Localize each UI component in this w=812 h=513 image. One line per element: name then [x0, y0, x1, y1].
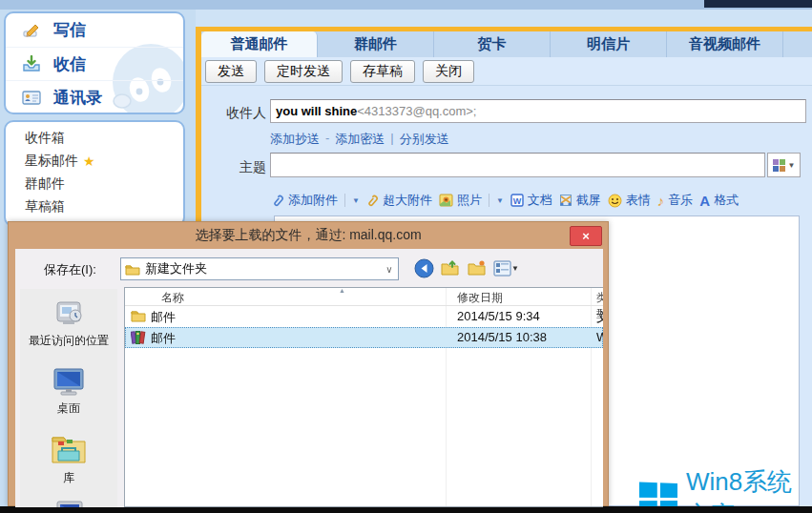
paperclip-icon: [272, 194, 284, 208]
send-separately-link[interactable]: 分别发送: [400, 131, 449, 148]
screenshot-button[interactable]: 截屏: [559, 192, 601, 209]
link-separator: |: [390, 131, 393, 148]
add-cc-link[interactable]: 添加抄送: [270, 131, 320, 148]
file-type: WinRAR: [596, 330, 603, 344]
emoticon-button[interactable]: 表情: [608, 192, 651, 209]
large-attachment-button[interactable]: 超大附件: [366, 192, 432, 209]
place-label: 桌面: [57, 400, 80, 417]
recipient-input[interactable]: you will shine<4313373@qq.com>;: [270, 99, 806, 123]
pencil-icon: [21, 21, 42, 40]
compose-tabbar: 普通邮件 群邮件 贺卡 明信片 音视频邮件: [201, 31, 812, 57]
tab-normal-mail[interactable]: 普通邮件: [201, 31, 318, 57]
views-grid-icon: [493, 260, 511, 277]
tab-postcard[interactable]: 明信片: [551, 31, 667, 57]
folder-label: 收件箱: [25, 130, 65, 147]
places-panel: 最近访问的位置 桌面 库: [20, 289, 117, 507]
column-header-date[interactable]: 修改日期: [457, 290, 503, 306]
back-arrow-icon: [414, 258, 434, 278]
sidebar-item-label: 通讯录: [53, 87, 102, 109]
tool-label: 格式: [714, 192, 739, 209]
recipient-label: 收件人: [201, 105, 266, 122]
stationery-picker-button[interactable]: ▼: [767, 153, 801, 177]
scheduled-send-button[interactable]: 定时发送: [264, 60, 343, 83]
add-attachment-button[interactable]: 添加附件: [272, 192, 338, 209]
recipient-address: <4313373@qq.com>;: [357, 104, 476, 118]
format-button[interactable]: A 格式: [699, 192, 739, 209]
new-folder-button[interactable]: [466, 256, 489, 279]
sidebar-item-starred[interactable]: 星标邮件 ★: [6, 150, 183, 173]
tool-label: 文档: [528, 192, 552, 209]
file-row-folder[interactable]: 邮件 2014/5/15 9:34 文件夹: [125, 306, 603, 327]
sidebar-item-contacts[interactable]: 通讯录: [6, 80, 183, 113]
file-row-archive-selected[interactable]: 邮件 2014/5/15 10:38 WinRAR: [125, 327, 603, 348]
music-note-icon: ♪: [657, 194, 665, 208]
send-button[interactable]: 发送: [205, 60, 257, 83]
sidebar-item-inbox[interactable]: 收件箱: [6, 127, 183, 150]
up-one-level-button[interactable]: [439, 256, 462, 279]
chevron-down-icon[interactable]: ▼: [511, 264, 519, 273]
music-button[interactable]: ♪ 音乐: [657, 192, 694, 209]
dialog-title: 选择要上载的文件，通过: mail.qq.com: [9, 222, 608, 249]
svg-text:W: W: [513, 196, 522, 206]
location-dropdown[interactable]: 新建文件夹 ∨: [120, 257, 399, 280]
close-button[interactable]: 关闭: [423, 60, 474, 83]
folder-label: 群邮件: [25, 175, 65, 193]
folder-label: 草稿箱: [25, 198, 65, 215]
place-recent[interactable]: 最近访问的位置: [20, 297, 117, 349]
tool-label: 音乐: [668, 192, 693, 209]
tool-label: 表情: [626, 192, 651, 209]
sidebar-item-drafts[interactable]: 草稿箱: [6, 195, 183, 218]
file-list: 名称 ▲ 修改日期 类型 邮件 2014/5/15 9:34 文件夹: [124, 287, 603, 507]
stationery-grid-icon: [773, 159, 785, 172]
back-button[interactable]: [412, 256, 435, 279]
folder-icon: [125, 263, 140, 276]
contact-card-icon: [21, 88, 42, 107]
top-strip: [0, 0, 812, 10]
subject-label: 主题: [201, 159, 266, 176]
qq-mail-compose-screen: 写信 收信 通讯录 收件箱 星标邮件 ★ 群邮件: [0, 0, 812, 513]
add-bcc-link[interactable]: 添加密送: [335, 131, 385, 148]
sort-ascending-icon: ▲: [339, 287, 345, 294]
sidebar-item-group-mail[interactable]: 群邮件: [6, 173, 183, 195]
photos-button[interactable]: 照片: [439, 192, 482, 209]
file-list-header: 名称 ▲ 修改日期 类型: [125, 288, 603, 306]
document-button[interactable]: W 文档: [510, 192, 552, 209]
save-draft-button[interactable]: 存草稿: [350, 60, 415, 83]
tab-label: 明信片: [587, 35, 630, 53]
word-doc-icon: W: [510, 194, 524, 207]
libraries-icon: [49, 432, 89, 468]
scissors-icon: [559, 194, 573, 207]
place-computer[interactable]: [20, 500, 117, 507]
chevron-down-icon: ▼: [788, 161, 796, 170]
up-folder-icon: [441, 259, 460, 277]
tab-av-mail[interactable]: 音视频邮件: [667, 31, 783, 57]
place-desktop[interactable]: 桌面: [20, 364, 117, 417]
subject-input[interactable]: [270, 153, 765, 177]
dialog-close-button[interactable]: ×: [570, 226, 602, 246]
compose-menu-box: 写信 收信 通讯录: [4, 11, 185, 114]
file-date: 2014/5/15 9:34: [457, 309, 540, 323]
receive-mail-icon: [21, 54, 42, 73]
column-header-name[interactable]: 名称: [161, 290, 184, 306]
sidebar-item-inbox-check[interactable]: 收信: [6, 47, 183, 80]
tool-label: 添加附件: [288, 192, 338, 209]
folder-label: 星标邮件: [25, 153, 78, 170]
new-folder-icon: [468, 259, 487, 277]
paperclip-icon: [366, 194, 379, 208]
chevron-down-icon: ∨: [381, 264, 398, 275]
place-label: 最近访问的位置: [29, 333, 109, 349]
place-libraries[interactable]: 库: [20, 432, 117, 486]
chevron-down-icon[interactable]: ▼: [352, 196, 360, 205]
winrar-archive-icon: [131, 330, 146, 347]
chevron-down-icon[interactable]: ▼: [496, 196, 504, 205]
sidebar-item-compose[interactable]: 写信: [6, 13, 183, 47]
star-icon: ★: [83, 154, 95, 169]
smiley-icon: [608, 194, 622, 208]
photo-icon: [439, 194, 453, 207]
tab-label: 普通邮件: [231, 35, 288, 53]
views-menu-button[interactable]: [490, 256, 513, 279]
tab-group-mail[interactable]: 群邮件: [318, 31, 434, 57]
tab-label: 群邮件: [354, 35, 397, 53]
tab-label: 音视频邮件: [689, 35, 760, 53]
tab-greeting-card[interactable]: 贺卡: [434, 31, 551, 57]
